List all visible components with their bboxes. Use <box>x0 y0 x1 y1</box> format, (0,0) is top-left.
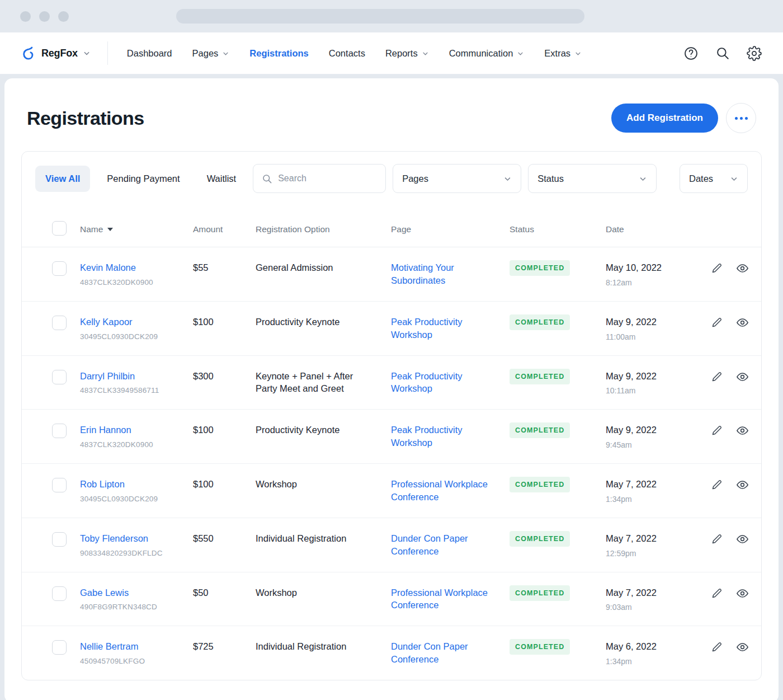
add-registration-button[interactable]: Add Registration <box>611 104 718 133</box>
help-button[interactable] <box>683 46 699 61</box>
nav-item-communication[interactable]: Communication <box>449 48 525 59</box>
row-checkbox[interactable] <box>52 478 67 492</box>
regfox-logo[interactable]: RegFox <box>21 46 91 61</box>
edit-button[interactable] <box>711 478 723 491</box>
select-all-checkbox[interactable] <box>52 221 67 236</box>
status-filter-dropdown[interactable]: Status <box>528 164 657 193</box>
chevron-down-icon <box>83 49 91 57</box>
column-header-name[interactable]: Name <box>80 224 193 234</box>
column-header-registration-option: Registration Option <box>256 224 391 234</box>
nav-items: Dashboard Pages Registrations Contacts R… <box>127 48 582 59</box>
tab-pending-payment[interactable]: Pending Payment <box>97 166 190 192</box>
view-button[interactable] <box>736 262 749 275</box>
edit-button[interactable] <box>711 262 723 275</box>
view-button[interactable] <box>736 478 749 491</box>
chevron-down-icon <box>422 50 429 57</box>
pages-filter-dropdown[interactable]: Pages <box>393 164 521 193</box>
edit-button[interactable] <box>711 641 723 654</box>
registration-time: 11:00am <box>606 332 699 341</box>
registration-id: 4837CLK320DK0900 <box>80 440 193 449</box>
page-link[interactable]: Professional Workplace Conference <box>391 586 493 612</box>
nav-item-registrations[interactable]: Registrations <box>249 48 308 59</box>
edit-button[interactable] <box>711 424 723 437</box>
page-link[interactable]: Professional Workplace Conference <box>391 478 493 504</box>
table-row: Nellie Bertram 450945709LKFGO $725 Indiv… <box>22 626 761 680</box>
chevron-down-icon <box>574 50 582 57</box>
registration-date: May 9, 2022 <box>606 370 699 383</box>
edit-button[interactable] <box>711 316 723 329</box>
nav-item-label: Communication <box>449 48 513 59</box>
edit-button[interactable] <box>711 587 723 600</box>
eye-icon <box>736 641 749 654</box>
row-checkbox[interactable] <box>52 532 67 547</box>
nav-item-label: Pages <box>192 48 219 59</box>
dates-filter-dropdown[interactable]: Dates <box>680 164 748 193</box>
registrant-name-link[interactable]: Darryl Philbin <box>80 370 135 383</box>
page-link[interactable]: Motivating Your Subordinates <box>391 261 493 287</box>
page-header: Registrations Add Registration <box>21 103 762 133</box>
row-checkbox[interactable] <box>52 316 67 330</box>
registrations-table: Name Amount Registration Option Page Sta… <box>22 205 761 680</box>
table-row: Toby Flenderson 908334820293DKFLDC $550 … <box>22 518 761 572</box>
eye-icon <box>736 533 749 546</box>
registrant-name-link[interactable]: Erin Hannon <box>80 424 131 436</box>
status-badge: COMPLETED <box>510 585 570 601</box>
registration-time: 9:45am <box>606 440 699 449</box>
registrant-name-link[interactable]: Rob Lipton <box>80 478 125 491</box>
row-checkbox[interactable] <box>52 640 67 655</box>
registration-time: 9:03am <box>606 603 699 612</box>
nav-item-extras[interactable]: Extras <box>544 48 582 59</box>
chevron-down-icon <box>517 50 524 57</box>
edit-button[interactable] <box>711 533 723 546</box>
registration-date: May 7, 2022 <box>606 532 699 545</box>
edit-button[interactable] <box>711 370 723 383</box>
row-checkbox[interactable] <box>52 424 67 438</box>
tab-view-all[interactable]: View All <box>35 166 90 192</box>
pencil-icon <box>711 317 723 328</box>
registrant-name-link[interactable]: Gabe Lewis <box>80 586 129 599</box>
view-button[interactable] <box>736 370 749 383</box>
table-header-row: Name Amount Registration Option Page Sta… <box>22 205 761 247</box>
amount: $50 <box>193 586 256 599</box>
view-button[interactable] <box>736 533 749 546</box>
view-button[interactable] <box>736 316 749 329</box>
search-box[interactable] <box>253 164 386 193</box>
registrant-name-link[interactable]: Kelly Kapoor <box>80 316 133 328</box>
page-link[interactable]: Peak Productivity Workshop <box>391 316 493 341</box>
more-actions-button[interactable] <box>726 103 756 133</box>
registrant-name-link[interactable]: Nellie Bertram <box>80 640 139 653</box>
nav-item-contacts[interactable]: Contacts <box>329 48 365 59</box>
status-badge: COMPLETED <box>510 369 570 384</box>
registrant-name-link[interactable]: Toby Flenderson <box>80 532 148 545</box>
amount: $100 <box>193 316 256 328</box>
nav-search-button[interactable] <box>715 46 730 60</box>
registrant-name-link[interactable]: Kevin Malone <box>80 261 136 274</box>
row-checkbox[interactable] <box>52 370 67 384</box>
nav-item-label: Reports <box>385 48 418 59</box>
table-row: Darryl Philbin 4837CLK33949586711 $300 K… <box>22 356 761 410</box>
pencil-icon <box>711 425 723 436</box>
page-link[interactable]: Peak Productivity Workshop <box>391 424 493 449</box>
eye-icon <box>736 262 749 275</box>
address-bar[interactable] <box>176 9 584 24</box>
page-link[interactable]: Dunder Con Paper Conference <box>391 640 493 666</box>
nav-item-pages[interactable]: Pages <box>192 48 230 59</box>
amount: $55 <box>193 261 256 274</box>
view-button[interactable] <box>736 424 749 437</box>
brand-name: RegFox <box>41 48 78 59</box>
filter-bar: View All Pending Payment Waitlist Pages … <box>22 152 761 205</box>
tab-waitlist[interactable]: Waitlist <box>197 166 247 192</box>
nav-item-reports[interactable]: Reports <box>385 48 429 59</box>
settings-button[interactable] <box>747 46 762 61</box>
row-checkbox[interactable] <box>52 261 67 276</box>
search-input[interactable] <box>278 173 377 184</box>
view-button[interactable] <box>736 587 749 600</box>
table-row: Erin Hannon 4837CLK320DK0900 $100 Produc… <box>22 410 761 464</box>
window-control-dot <box>20 11 31 22</box>
row-checkbox[interactable] <box>52 586 67 601</box>
page-link[interactable]: Dunder Con Paper Conference <box>391 532 493 558</box>
page-link[interactable]: Peak Productivity Workshop <box>391 370 493 396</box>
page-title: Registrations <box>27 107 144 129</box>
view-button[interactable] <box>736 641 749 654</box>
nav-item-dashboard[interactable]: Dashboard <box>127 48 172 59</box>
